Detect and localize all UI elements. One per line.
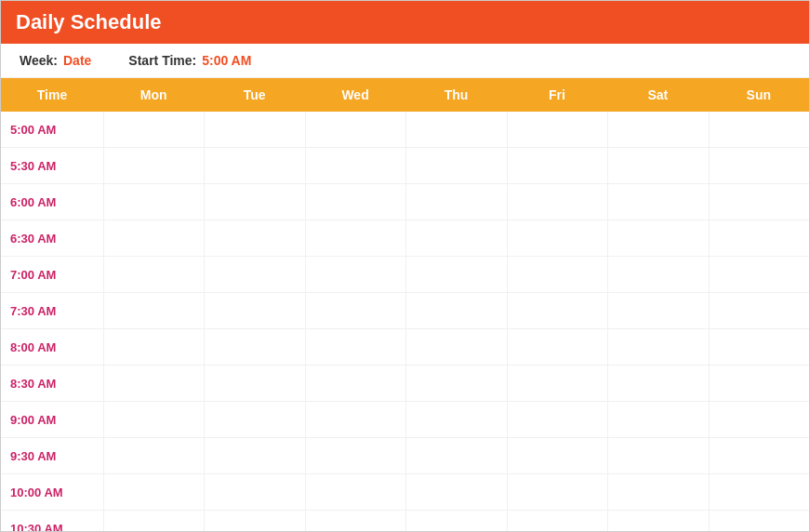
- day-cell[interactable]: [507, 438, 607, 473]
- day-cell[interactable]: [204, 438, 304, 473]
- day-cell[interactable]: [204, 329, 304, 365]
- day-cell[interactable]: [709, 329, 809, 365]
- week-item: Week: Date: [20, 53, 91, 68]
- col-header-wed: Wed: [305, 78, 405, 112]
- day-cell[interactable]: [405, 402, 506, 437]
- day-cell[interactable]: [507, 257, 607, 292]
- day-cell[interactable]: [103, 184, 204, 219]
- day-cell[interactable]: [305, 293, 405, 328]
- day-cell[interactable]: [607, 184, 708, 219]
- day-cell[interactable]: [709, 402, 809, 437]
- day-cell[interactable]: [305, 402, 405, 437]
- day-cell[interactable]: [405, 438, 506, 473]
- day-cell[interactable]: [103, 402, 204, 437]
- day-cell[interactable]: [607, 293, 708, 328]
- day-cell[interactable]: [507, 366, 607, 401]
- time-cell: 5:00 AM: [1, 115, 103, 144]
- day-cell[interactable]: [103, 474, 204, 510]
- day-cell[interactable]: [507, 293, 607, 328]
- day-cell[interactable]: [709, 148, 809, 183]
- app-container: Daily Schedule Week: Date Start Time: 5:…: [0, 0, 810, 532]
- schedule-body[interactable]: 5:00 AM5:30 AM6:00 AM6:30 AM7:00 AM7:30 …: [1, 112, 809, 531]
- day-cell[interactable]: [607, 366, 708, 401]
- day-cell[interactable]: [405, 257, 506, 292]
- day-cell[interactable]: [405, 112, 506, 147]
- day-cell[interactable]: [607, 511, 708, 531]
- day-cell[interactable]: [709, 112, 809, 147]
- time-cell: 10:30 AM: [1, 514, 103, 532]
- day-cell[interactable]: [507, 511, 607, 531]
- day-cell[interactable]: [507, 402, 607, 437]
- day-cell[interactable]: [507, 184, 607, 219]
- day-cell[interactable]: [405, 474, 506, 510]
- day-cell[interactable]: [607, 474, 708, 510]
- day-cell[interactable]: [204, 366, 304, 401]
- day-cell[interactable]: [607, 402, 708, 437]
- day-cell[interactable]: [305, 366, 405, 401]
- day-cell[interactable]: [103, 329, 204, 365]
- day-cell[interactable]: [103, 438, 204, 473]
- day-cell[interactable]: [204, 148, 304, 183]
- day-cell[interactable]: [103, 148, 204, 183]
- day-cell[interactable]: [305, 112, 405, 147]
- day-cell[interactable]: [305, 148, 405, 183]
- time-row: 7:00 AM: [1, 257, 809, 293]
- day-cell[interactable]: [607, 148, 708, 183]
- day-cell[interactable]: [405, 511, 506, 531]
- day-cell[interactable]: [103, 257, 204, 292]
- day-cell[interactable]: [103, 293, 204, 328]
- time-row: 6:30 AM: [1, 220, 809, 257]
- day-cell[interactable]: [709, 366, 809, 401]
- day-cell[interactable]: [204, 293, 304, 328]
- day-cell[interactable]: [607, 257, 708, 292]
- day-cell[interactable]: [305, 329, 405, 365]
- day-cell[interactable]: [507, 112, 607, 147]
- day-cell[interactable]: [405, 293, 506, 328]
- header-bar: Daily Schedule: [1, 1, 809, 44]
- day-cell[interactable]: [305, 184, 405, 219]
- day-cell[interactable]: [607, 112, 708, 147]
- time-row: 5:30 AM: [1, 148, 809, 184]
- day-cell[interactable]: [204, 474, 304, 510]
- day-cell[interactable]: [305, 438, 405, 473]
- day-cell[interactable]: [507, 220, 607, 256]
- day-cell[interactable]: [103, 366, 204, 401]
- week-value[interactable]: Date: [63, 53, 91, 68]
- day-cell[interactable]: [507, 474, 607, 510]
- time-cell: 9:30 AM: [1, 442, 103, 471]
- day-cell[interactable]: [405, 184, 506, 219]
- day-cell[interactable]: [507, 329, 607, 365]
- day-cell[interactable]: [204, 402, 304, 437]
- day-cell[interactable]: [204, 220, 304, 256]
- day-cell[interactable]: [204, 112, 304, 147]
- day-cell[interactable]: [405, 366, 506, 401]
- day-cell[interactable]: [204, 511, 304, 531]
- time-cell: 8:30 AM: [1, 369, 103, 398]
- day-cell[interactable]: [709, 511, 809, 531]
- day-cell[interactable]: [709, 257, 809, 292]
- day-cell[interactable]: [103, 220, 204, 256]
- start-time-item: Start Time: 5:00 AM: [128, 53, 251, 68]
- day-cell[interactable]: [709, 293, 809, 328]
- day-cell[interactable]: [709, 474, 809, 510]
- day-cell[interactable]: [709, 184, 809, 219]
- day-cell[interactable]: [305, 257, 405, 292]
- day-cell[interactable]: [405, 220, 506, 256]
- day-cell[interactable]: [103, 112, 204, 147]
- day-cell[interactable]: [709, 220, 809, 256]
- day-cell[interactable]: [607, 220, 708, 256]
- day-cell[interactable]: [204, 257, 304, 292]
- col-header-fri: Fri: [507, 78, 607, 112]
- day-cell[interactable]: [103, 511, 204, 531]
- day-cell[interactable]: [709, 438, 809, 473]
- day-cell[interactable]: [405, 148, 506, 183]
- day-cell[interactable]: [405, 329, 506, 365]
- day-cell[interactable]: [305, 220, 405, 256]
- day-cell[interactable]: [204, 184, 304, 219]
- day-cell[interactable]: [305, 474, 405, 510]
- day-cell[interactable]: [607, 329, 708, 365]
- day-cell[interactable]: [607, 438, 708, 473]
- day-cell[interactable]: [305, 511, 405, 531]
- time-cell: 9:00 AM: [1, 406, 103, 434]
- day-cell[interactable]: [507, 148, 607, 183]
